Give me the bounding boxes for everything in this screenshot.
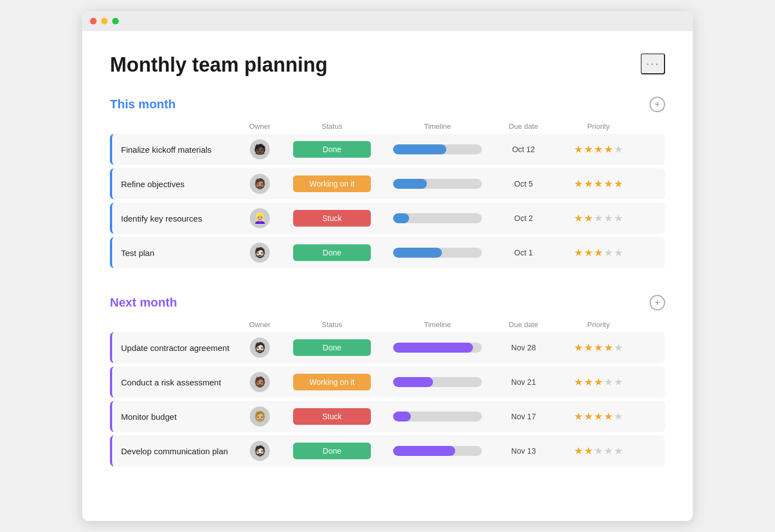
star-empty-icon[interactable]: ★ bbox=[604, 376, 613, 388]
status-cell[interactable]: Stuck bbox=[282, 210, 382, 227]
star-filled-icon[interactable]: ★ bbox=[604, 410, 613, 423]
column-header-label bbox=[119, 320, 238, 329]
owner-cell: 🧔🏻 bbox=[238, 243, 282, 263]
timeline-bar-container bbox=[393, 144, 482, 154]
column-header-label: Due date bbox=[493, 122, 554, 131]
star-filled-icon[interactable]: ★ bbox=[574, 212, 583, 224]
star-empty-icon[interactable]: ★ bbox=[614, 143, 623, 155]
status-cell[interactable]: Stuck bbox=[282, 408, 382, 425]
star-empty-icon[interactable]: ★ bbox=[604, 445, 613, 457]
star-filled-icon[interactable]: ★ bbox=[594, 178, 603, 190]
star-filled-icon[interactable]: ★ bbox=[574, 410, 583, 423]
column-header-label: Owner bbox=[238, 122, 282, 131]
avatar: 🧔🏻 bbox=[250, 441, 270, 461]
status-cell[interactable]: Working on it bbox=[282, 374, 382, 390]
star-filled-icon[interactable]: ★ bbox=[584, 376, 593, 388]
add-task-button[interactable]: + bbox=[650, 97, 665, 112]
star-filled-icon[interactable]: ★ bbox=[584, 178, 593, 190]
priority-cell[interactable]: ★★★★★ bbox=[554, 376, 643, 388]
close-dot[interactable] bbox=[90, 18, 97, 24]
owner-cell: 🧔🏻 bbox=[238, 441, 282, 461]
column-header-label: Timeline bbox=[382, 320, 493, 329]
star-filled-icon[interactable]: ★ bbox=[574, 376, 583, 388]
star-filled-icon[interactable]: ★ bbox=[584, 212, 593, 224]
status-badge: Done bbox=[293, 141, 371, 158]
due-date: Nov 21 bbox=[493, 378, 554, 387]
avatar: 🧔🏻 bbox=[250, 243, 270, 263]
star-filled-icon[interactable]: ★ bbox=[604, 342, 613, 354]
timeline-bar-fill bbox=[393, 343, 473, 353]
star-empty-icon[interactable]: ★ bbox=[594, 212, 603, 224]
star-filled-icon[interactable]: ★ bbox=[574, 178, 583, 190]
star-filled-icon[interactable]: ★ bbox=[584, 342, 593, 354]
star-filled-icon[interactable]: ★ bbox=[614, 178, 623, 190]
star-filled-icon[interactable]: ★ bbox=[584, 247, 593, 259]
star-filled-icon[interactable]: ★ bbox=[574, 342, 583, 354]
priority-cell[interactable]: ★★★★★ bbox=[554, 247, 643, 259]
column-header-label: Priority bbox=[554, 320, 643, 329]
sections-container: This month+OwnerStatusTimelineDue datePr… bbox=[110, 97, 665, 466]
timeline-bar-fill bbox=[393, 446, 455, 456]
status-badge: Done bbox=[293, 339, 371, 356]
timeline-cell bbox=[382, 144, 493, 154]
star-empty-icon[interactable]: ★ bbox=[594, 445, 603, 457]
priority-cell[interactable]: ★★★★★ bbox=[554, 410, 643, 423]
section-title: This month bbox=[110, 97, 176, 112]
status-badge: Stuck bbox=[293, 408, 371, 425]
star-empty-icon[interactable]: ★ bbox=[614, 376, 623, 388]
star-filled-icon[interactable]: ★ bbox=[574, 143, 583, 155]
task-row: Develop communication plan🧔🏻DoneNov 13★★… bbox=[110, 435, 665, 466]
timeline-bar-fill bbox=[393, 377, 433, 387]
star-filled-icon[interactable]: ★ bbox=[594, 410, 603, 423]
minimize-dot[interactable] bbox=[101, 18, 108, 24]
owner-cell: 🧔🏼 bbox=[238, 406, 282, 426]
priority-cell[interactable]: ★★★★★ bbox=[554, 445, 643, 457]
star-filled-icon[interactable]: ★ bbox=[604, 178, 613, 190]
section-this-month: This month+OwnerStatusTimelineDue datePr… bbox=[110, 97, 665, 268]
star-filled-icon[interactable]: ★ bbox=[594, 376, 603, 388]
status-cell[interactable]: Done bbox=[282, 339, 382, 356]
timeline-bar-container bbox=[393, 343, 482, 353]
priority-cell[interactable]: ★★★★★ bbox=[554, 143, 643, 155]
maximize-dot[interactable] bbox=[112, 18, 119, 24]
star-empty-icon[interactable]: ★ bbox=[614, 342, 623, 354]
star-filled-icon[interactable]: ★ bbox=[594, 342, 603, 354]
star-empty-icon[interactable]: ★ bbox=[614, 247, 623, 259]
status-badge: Working on it bbox=[293, 374, 371, 390]
star-filled-icon[interactable]: ★ bbox=[584, 410, 593, 423]
page-title: Monthly team planning bbox=[110, 53, 328, 77]
priority-cell[interactable]: ★★★★★ bbox=[554, 342, 643, 354]
star-empty-icon[interactable]: ★ bbox=[614, 445, 623, 457]
status-cell[interactable]: Done bbox=[282, 141, 382, 158]
star-empty-icon[interactable]: ★ bbox=[614, 410, 623, 423]
star-filled-icon[interactable]: ★ bbox=[594, 143, 603, 155]
star-filled-icon[interactable]: ★ bbox=[594, 247, 603, 259]
task-name: Conduct a risk assessment bbox=[112, 378, 238, 387]
star-empty-icon[interactable]: ★ bbox=[614, 212, 623, 224]
status-badge: Done bbox=[293, 443, 371, 459]
status-cell[interactable]: Done bbox=[282, 443, 382, 459]
avatar: 🧔🏻 bbox=[250, 338, 270, 358]
priority-cell[interactable]: ★★★★★ bbox=[554, 178, 643, 190]
star-filled-icon[interactable]: ★ bbox=[584, 143, 593, 155]
timeline-cell bbox=[382, 179, 493, 189]
star-empty-icon[interactable]: ★ bbox=[604, 247, 613, 259]
timeline-bar-fill bbox=[393, 144, 446, 154]
more-button[interactable]: ··· bbox=[641, 53, 665, 74]
task-row: Identify key resources👱🏼‍♀️StuckOct 2★★★… bbox=[110, 203, 665, 234]
add-task-button[interactable]: + bbox=[650, 295, 665, 310]
status-cell[interactable]: Done bbox=[282, 244, 382, 261]
status-cell[interactable]: Working on it bbox=[282, 175, 382, 192]
column-header-label: Status bbox=[282, 320, 382, 329]
priority-cell[interactable]: ★★★★★ bbox=[554, 212, 643, 224]
timeline-bar-container bbox=[393, 446, 482, 456]
star-filled-icon[interactable]: ★ bbox=[584, 445, 593, 457]
star-filled-icon[interactable]: ★ bbox=[574, 247, 583, 259]
star-filled-icon[interactable]: ★ bbox=[574, 445, 583, 457]
star-filled-icon[interactable]: ★ bbox=[604, 143, 613, 155]
star-empty-icon[interactable]: ★ bbox=[604, 212, 613, 224]
timeline-bar-fill bbox=[393, 411, 411, 421]
section-header: This month+ bbox=[110, 97, 665, 112]
owner-cell: 🧔🏻 bbox=[238, 338, 282, 358]
task-row: Conduct a risk assessment🧔🏽Working on it… bbox=[110, 367, 665, 398]
